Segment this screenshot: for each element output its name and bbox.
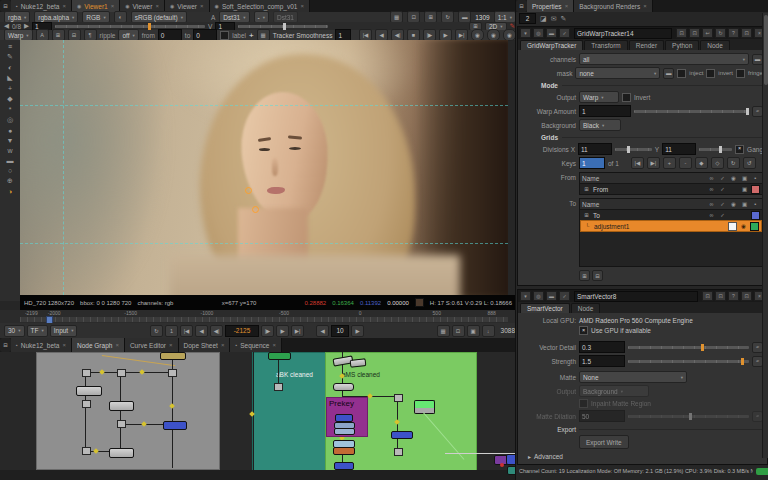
viewer-image[interactable] — [20, 40, 508, 295]
node-blue[interactable] — [391, 431, 413, 439]
node-name-input[interactable]: GridWarpTracker14 — [574, 28, 672, 39]
node-dot[interactable] — [394, 394, 403, 402]
key-set-button[interactable]: ◆ — [695, 157, 708, 169]
toolbox-other-icon[interactable]: ⊕ — [7, 177, 13, 185]
fps-dropdown[interactable]: 30▾ — [4, 325, 25, 337]
timeline-track[interactable] — [20, 317, 508, 322]
scrollbar-thumb[interactable] — [764, 15, 768, 85]
clear-panels-icon[interactable]: ✎ — [561, 15, 567, 23]
close-icon[interactable]: × — [221, 342, 225, 348]
label-checkbox[interactable] — [220, 31, 229, 40]
float-panel-button[interactable]: ⊡ — [715, 291, 726, 301]
tab-nuke12-beta-dag[interactable]: ▪Nuke12_beta× — [11, 338, 72, 352]
node-dot[interactable] — [82, 400, 91, 408]
check-icon[interactable]: ✓ — [718, 186, 727, 192]
inject-checkbox[interactable] — [677, 69, 686, 78]
vector-detail-slider[interactable] — [628, 346, 749, 349]
current-frame-input[interactable]: -2125 — [225, 325, 259, 337]
divisions-x-slider[interactable] — [615, 148, 652, 151]
tab-background-renders[interactable]: Background Renders× — [574, 0, 653, 12]
play-forward-button[interactable]: ▶ — [276, 325, 289, 337]
toolbox-menu-icon[interactable]: ≡ — [8, 43, 12, 50]
tab-python[interactable]: Python — [665, 40, 699, 50]
float-panel-button[interactable]: ⊡ — [689, 28, 700, 38]
range-source-dropdown[interactable]: Input▾ — [50, 325, 78, 337]
node-teal-small[interactable] — [507, 466, 515, 475]
global-range-icon[interactable]: ⊡ — [452, 325, 465, 337]
node-blue[interactable] — [334, 462, 354, 470]
from-color-swatch[interactable] — [751, 185, 760, 194]
fringe-checkbox[interactable] — [736, 69, 745, 78]
node-graph[interactable]: aBK cleaned aMS cleaned Prekey — [0, 352, 515, 480]
lock-range-icon[interactable]: ▣ — [467, 325, 480, 337]
node-gray[interactable] — [109, 448, 134, 458]
key-index-input[interactable]: 1 — [579, 157, 605, 169]
tab-gridwarptracker[interactable]: GridWarpTracker — [520, 40, 583, 50]
toolbox-deep-icon[interactable]: ◎ — [7, 116, 13, 124]
close-icon[interactable]: × — [111, 3, 115, 9]
toolbox-color-icon[interactable]: ▼ — [7, 137, 14, 144]
tracker-point[interactable] — [252, 206, 259, 213]
key-delete-button[interactable]: - — [679, 157, 692, 169]
postage-stamp-icon[interactable]: ✉ — [551, 15, 557, 23]
toolbox-transform-icon[interactable]: ◣ — [7, 74, 12, 82]
from-grid-row[interactable]: ⊞ From ∞ ✓ ▣ — [580, 184, 762, 194]
toolbox-translate-icon[interactable]: + — [8, 85, 12, 92]
goto-start-button[interactable]: |◀ — [180, 325, 193, 337]
range-type-dropdown[interactable]: TF▾ — [27, 325, 48, 337]
remove-grid-button[interactable]: ⊟ — [592, 270, 603, 281]
strength-input[interactable]: 1.5 — [579, 355, 625, 367]
node-green[interactable] — [268, 352, 291, 360]
adjustment-color-swatch[interactable] — [750, 222, 759, 231]
node-gray-tilted[interactable] — [350, 358, 367, 368]
gang-checkbox[interactable]: × — [735, 145, 744, 154]
invert-mask-checkbox[interactable] — [706, 69, 715, 78]
max-panels-input[interactable]: 2 — [519, 13, 536, 24]
eye-icon[interactable]: ◉ — [739, 223, 748, 229]
gamma-slider[interactable] — [238, 25, 328, 28]
key-reset-button[interactable]: ↺ — [743, 157, 756, 169]
key-clear-button[interactable]: ◇ — [711, 157, 724, 169]
close-icon[interactable]: × — [62, 342, 66, 348]
close-icon[interactable]: × — [272, 342, 276, 348]
adjustment-row-selected[interactable]: └ adjustment1 ◉ — [580, 220, 762, 232]
gain-slider[interactable] — [55, 25, 205, 28]
properties-scrollbar[interactable] — [762, 13, 768, 458]
pin-panels-icon[interactable]: ◪ — [540, 15, 547, 23]
to-color-swatch[interactable] — [751, 211, 760, 220]
center-node-button[interactable]: ⊡ — [702, 291, 713, 301]
advanced-label[interactable]: Advanced — [534, 453, 563, 460]
timeline[interactable]: -2199 -2000 -1500 -1000 -500 0 500 888 — [0, 310, 515, 323]
node-dot[interactable] — [82, 369, 91, 377]
backdrop-teal[interactable] — [252, 352, 327, 472]
node-gray[interactable] — [333, 383, 354, 391]
toolbox-views-icon[interactable]: w — [7, 147, 12, 154]
node-dot[interactable] — [168, 369, 177, 377]
tab-render[interactable]: Render — [629, 40, 664, 50]
toolbox-keyer-icon[interactable]: ○ — [8, 167, 12, 174]
toolbox-draw-icon[interactable]: ✎ — [7, 53, 13, 61]
close-icon[interactable]: × — [565, 3, 569, 9]
node-dot[interactable] — [82, 447, 91, 455]
jump-back-button[interactable]: ◀ — [316, 325, 329, 337]
step-back-button[interactable]: ◀| — [210, 325, 223, 337]
divisions-y-slider[interactable] — [699, 148, 732, 151]
viewer-range-icon[interactable]: ▦ — [437, 325, 450, 337]
node-orange[interactable] — [333, 447, 355, 455]
mask-extra-button[interactable]: ▬ — [663, 68, 674, 79]
play-mode-button[interactable]: 1 — [165, 325, 178, 337]
move-handle-icon[interactable]: + — [249, 31, 254, 40]
toolbox-3d-icon[interactable]: ◆ — [7, 95, 12, 103]
reload-button[interactable]: ↻ — [715, 28, 726, 38]
toolbox-merge-icon[interactable]: ● — [8, 127, 12, 134]
tab-node-graph[interactable]: Node Graph× — [72, 338, 125, 352]
step-forward-button[interactable]: |▶ — [261, 325, 274, 337]
tab-properties[interactable]: Properties× — [527, 0, 574, 12]
export-write-button[interactable]: Export Write — [579, 435, 629, 449]
divisions-x-input[interactable]: 11 — [578, 143, 612, 155]
warp-amount-input[interactable]: 1 — [579, 105, 631, 117]
tracker-point[interactable] — [245, 187, 252, 194]
jump-forward-button[interactable]: ▶ — [351, 325, 364, 337]
matte-dropdown[interactable]: None▾ — [579, 371, 687, 383]
tab-node[interactable]: Node — [571, 303, 601, 313]
